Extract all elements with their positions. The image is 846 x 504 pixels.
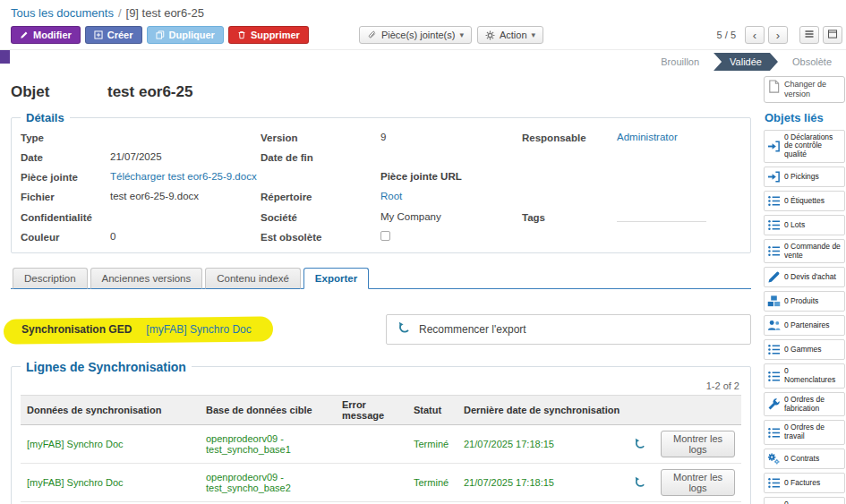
pencil-icon (20, 30, 29, 39)
attachments-button[interactable]: Pièce(s) jointe(s)▾ (359, 26, 472, 44)
cubes-icon (767, 295, 781, 308)
related-object-0-referencement-fournisseur[interactable]: 0 Référencement fournisseur (764, 497, 845, 504)
related-object-label: 0 Nomenclatures (784, 367, 842, 385)
sync-line-row[interactable]: [myFAB] Synchro Docopenprodeorv09 - test… (21, 464, 741, 502)
related-object-0-declarations-de-controle-qualite[interactable]: 0 Déclarations de contrôle qualité (764, 130, 845, 163)
related-object-label: 0 Ordres de travail (784, 423, 842, 441)
tab-description[interactable]: Description (13, 268, 88, 289)
arrow-in-icon (767, 140, 781, 153)
related-object-0-factures[interactable]: 0 Factures (764, 473, 845, 493)
field-value-version: 9 (380, 132, 522, 144)
trash-icon (237, 30, 246, 39)
cell-target-db: openprodeorv09 - test_syncho_base1 (200, 425, 336, 464)
pager-next-button[interactable]: › (768, 26, 788, 44)
column-header-statut[interactable]: Statut (407, 396, 457, 425)
edit-button[interactable]: Modifier (11, 26, 81, 44)
download-attachment-link[interactable]: Télécharger test eor6-25-9.docx (110, 171, 257, 182)
logs-column-header (654, 396, 741, 425)
retry-export-button[interactable]: Recommencer l'export (397, 321, 526, 337)
retry-column-header (628, 396, 654, 425)
tags-field[interactable] (617, 210, 706, 222)
export-box: Recommencer l'export (386, 314, 751, 345)
retry-line-icon[interactable] (628, 464, 654, 502)
cell-sync-date: 21/07/2025 17:18:15 (457, 464, 628, 502)
delete-button[interactable]: Supprimer (228, 26, 309, 44)
status-obsolete[interactable]: Obsolète (778, 53, 846, 71)
column-header-derniere-date-de-synchronisation[interactable]: Dernière date de synchronisation (457, 396, 628, 425)
sync-config-link[interactable]: [myFAB] Synchro Doc (146, 323, 251, 336)
retry-line-icon[interactable] (628, 425, 654, 464)
related-object-label: 0 Contrats (784, 455, 819, 464)
sidebar: Changer de version Objets liés 0 Déclara… (764, 73, 846, 504)
related-object-0-ordres-de-travail[interactable]: 0 Ordres de travail (764, 420, 845, 445)
field-value-tags (617, 210, 741, 224)
field-value-repertoire: Root (380, 191, 522, 203)
status-brouillon[interactable]: Brouillon (646, 53, 714, 71)
duplicate-button[interactable]: Dupliquer (147, 26, 224, 44)
field-label-date-fin: Date de fin (261, 152, 380, 163)
related-object-0-contrats[interactable]: 0 Contrats (764, 448, 845, 469)
tab-exporter[interactable]: Exporter (303, 268, 369, 289)
related-object-label: 0 Déclarations de contrôle qualité (784, 133, 842, 159)
sync-table-header-row: Données de synchronisationBase de donnée… (21, 396, 741, 425)
status-validee[interactable]: Validée (714, 53, 778, 71)
sync-table: Données de synchronisationBase de donnée… (21, 395, 741, 502)
related-object-0-lots[interactable]: 0 Lots (764, 215, 845, 235)
related-object-0-devis-d-achat[interactable]: 0 Devis d'achat (764, 267, 845, 287)
tab-contenu-indexe[interactable]: Contenu indexé (205, 268, 301, 289)
change-version-button[interactable]: Changer de version (764, 76, 845, 103)
column-header-donnees-de-synchronisation[interactable]: Données de synchronisation (21, 396, 200, 425)
show-logs-button[interactable]: Montrer les logs (661, 469, 735, 496)
directory-root-link[interactable]: Root (380, 191, 402, 201)
arrow-in-icon (767, 170, 781, 184)
create-button[interactable]: Créer (85, 26, 142, 44)
people-icon (767, 319, 781, 332)
list-view-button[interactable] (799, 26, 819, 44)
field-value-societe: My Company (380, 211, 522, 224)
sync-table-body: [myFAB] Synchro Docopenprodeorv09 - test… (21, 425, 741, 502)
related-object-0-ordres-de-fabrication[interactable]: 0 Ordres de fabrication (764, 392, 845, 417)
related-object-0-nomenclatures[interactable]: 0 Nomenclatures (764, 363, 845, 389)
field-label-repertoire: Répertoire (261, 192, 380, 202)
sync-lines-group: Lignes de Synchronisation 1-2 of 2 Donné… (11, 366, 751, 504)
field-value-responsable: Administrator (617, 132, 741, 144)
column-header-base-de-donnees-cible[interactable]: Base de données cible (200, 396, 336, 425)
details-grid: Type Version 9 Responsable Administrator… (21, 132, 741, 243)
toolbar: Modifier Créer Dupliquer Supprimer Pièce… (0, 23, 846, 50)
responsible-link[interactable]: Administrator (617, 132, 678, 142)
plus-square-icon (94, 30, 103, 39)
column-header-error-message[interactable]: Error message (336, 396, 407, 425)
action-button[interactable]: Action▾ (477, 26, 543, 44)
logs-cell: Montrer les logs (654, 464, 741, 502)
cell-error-message (336, 464, 407, 502)
related-object-0-commande-de-vente[interactable]: 0 Commande de vente (764, 239, 845, 264)
sync-lines-title: Lignes de Synchronisation (21, 360, 192, 374)
statusbar: BrouillonValidéeObsolète (0, 50, 846, 73)
paperclip-icon (367, 30, 377, 40)
cell-error-message (336, 425, 407, 464)
objet-label: Objet (11, 83, 107, 101)
related-object-0-produits[interactable]: 0 Produits (764, 291, 845, 312)
form-view-button[interactable] (823, 26, 842, 44)
cell-status: Terminé (407, 425, 457, 464)
field-value-fichier: test eor6-25-9.docx (110, 191, 261, 203)
field-label-version: Version (261, 132, 380, 143)
cell-target-db: openprodeorv09 - test_syncho_base2 (200, 464, 336, 502)
exporter-panel: Synchronisation GED [myFAB] Synchro Doc … (11, 314, 751, 504)
est-obsolete-checkbox[interactable] (380, 231, 390, 241)
field-label-est-obsolete: Est obsolète (261, 232, 380, 243)
related-object-0-etiquettes[interactable]: 0 Étiquettes (764, 191, 845, 211)
field-label-tags: Tags (522, 212, 617, 223)
refresh-icon (397, 321, 411, 337)
sync-line-row[interactable]: [myFAB] Synchro Docopenprodeorv09 - test… (21, 425, 741, 464)
lines-pager: 1-2 of 2 (21, 380, 739, 391)
related-object-0-pickings[interactable]: 0 Pickings (764, 167, 845, 187)
pager-previous-button[interactable]: ‹ (745, 26, 765, 44)
breadcrumb-root-link[interactable]: Tous les documents (11, 6, 114, 20)
tab-anciennes-versions[interactable]: Anciennes versions (90, 268, 203, 289)
left-edge-accent (0, 50, 10, 64)
show-logs-button[interactable]: Montrer les logs (661, 431, 735, 457)
related-object-0-partenaires[interactable]: 0 Partenaires (764, 315, 845, 336)
field-label-piece-jointe: Pièce jointe (21, 172, 110, 183)
related-object-0-gammes[interactable]: 0 Gammes (764, 339, 845, 360)
